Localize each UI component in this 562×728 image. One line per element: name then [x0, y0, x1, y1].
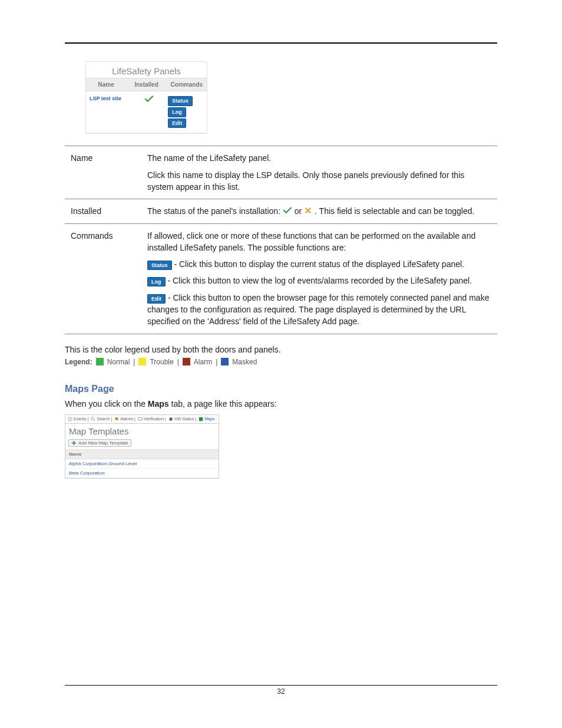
lsp-row-name[interactable]: LSP test site — [86, 91, 130, 133]
desc-installed-key: Installed — [65, 199, 147, 223]
legend-label: Legend: — [65, 358, 92, 366]
svg-rect-6 — [72, 442, 76, 443]
lifesafety-panels-figure: LifeSafety Panels Name Installed Command… — [85, 61, 207, 134]
tab-events[interactable]: Events | — [68, 417, 88, 421]
legend-name-trouble: Trouble — [150, 358, 173, 366]
maps-row[interactable]: Beta Corporation — [65, 469, 219, 478]
status-button[interactable]: Status — [168, 96, 193, 106]
desc-commands-val: If allowed, click one or more of these f… — [147, 223, 497, 334]
legend-name-normal: Normal — [107, 358, 130, 366]
legend-name-alarm: Alarm — [194, 358, 212, 366]
legend-swatch-normal — [96, 358, 104, 365]
plus-icon — [71, 440, 77, 446]
desc-name-key: Name — [65, 146, 147, 199]
svg-rect-3 — [170, 417, 173, 420]
svg-rect-4 — [199, 417, 203, 420]
maps-page-heading: Maps Page — [65, 384, 497, 394]
add-new-map-template-button[interactable]: Add New Map Template — [68, 439, 131, 447]
check-icon — [144, 95, 154, 103]
chip-icon — [168, 417, 173, 421]
lsp-col-commands: Commands — [167, 78, 207, 91]
legend-swatch-alarm — [183, 358, 190, 365]
lsp-col-installed: Installed — [126, 78, 166, 91]
maps-row[interactable]: Alpha Corporation-Ground Level — [65, 459, 219, 469]
tab-maps[interactable]: Maps — [199, 417, 214, 421]
legend-swatch-masked — [221, 358, 229, 365]
edit-button[interactable]: Edit — [168, 118, 186, 129]
status-button[interactable]: Status — [147, 261, 172, 270]
lsp-title: LifeSafety Panels — [86, 62, 207, 78]
maps-screenshot: Events | Search | Alarms | Verification … — [65, 414, 219, 479]
search-icon — [91, 417, 95, 421]
maps-table-head: Name — [65, 449, 219, 459]
check-icon — [283, 207, 292, 214]
page-number: 32 — [0, 687, 562, 696]
maps-title: Map Templates — [65, 424, 219, 437]
lsp-col-name: Name — [86, 78, 126, 91]
svg-rect-2 — [138, 417, 142, 420]
desc-name-val: The name of the LifeSafety panel. Click … — [147, 146, 497, 199]
maps-intro: When you click on the Maps tab, a page l… — [65, 399, 497, 409]
bottom-rule — [65, 685, 497, 686]
legend-swatch-trouble — [138, 358, 146, 365]
desc-commands-key: Commands — [65, 223, 147, 334]
tab-verification[interactable]: Verification | — [138, 417, 166, 421]
desc-installed-val: The status of the panel's installation: … — [147, 199, 497, 223]
lsp-row-installed[interactable] — [130, 91, 168, 133]
description-table: Name The name of the LifeSafety panel. C… — [65, 146, 497, 334]
tab-alarms[interactable]: Alarms | — [114, 417, 135, 421]
screen-icon — [138, 417, 143, 421]
clock-icon — [68, 417, 72, 421]
legend-name-masked: Masked — [232, 358, 257, 366]
cross-icon — [304, 207, 312, 214]
lsp-row-commands: Status Log Edit — [168, 91, 207, 133]
maps-tabs: Events | Search | Alarms | Verification … — [65, 415, 219, 424]
log-button[interactable]: Log — [168, 107, 186, 117]
tab-search[interactable]: Search | — [91, 417, 112, 421]
legend: Legend: Normal | Trouble | Alarm | Maske… — [65, 358, 497, 366]
map-icon — [199, 417, 203, 421]
top-rule — [65, 42, 497, 44]
tab-hw-status[interactable]: HW Status | — [168, 417, 196, 421]
legend-intro: This is the color legend used by both th… — [65, 345, 497, 354]
bell-icon — [114, 417, 119, 421]
log-button[interactable]: Log — [147, 277, 166, 286]
edit-button[interactable]: Edit — [147, 294, 166, 304]
lsp-row: LSP test site Status Log Edit — [86, 91, 207, 133]
